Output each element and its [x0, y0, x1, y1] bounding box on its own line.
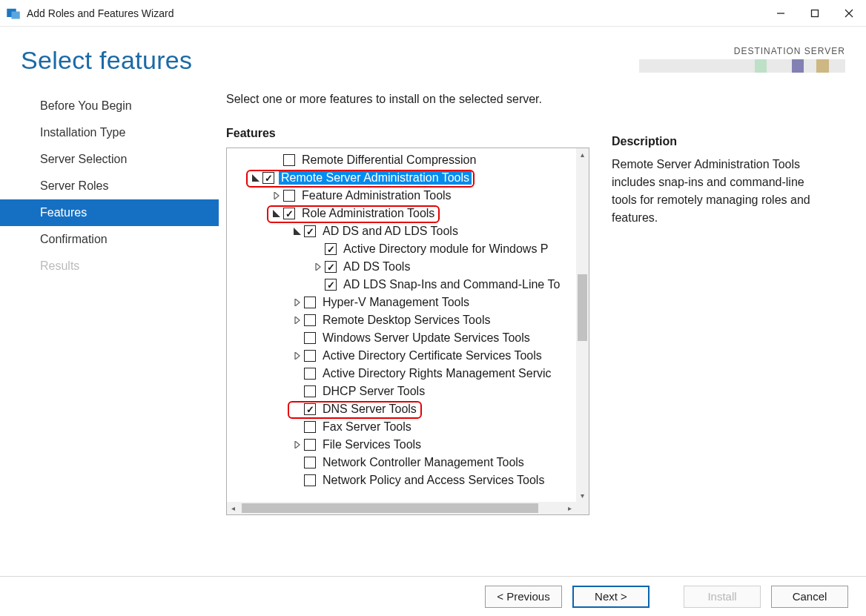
tree-item-label[interactable]: Remote Server Administration Tools — [279, 171, 472, 185]
scroll-down-icon[interactable]: ▾ — [576, 489, 589, 502]
tree-row[interactable]: Active Directory Certificate Services To… — [227, 347, 576, 365]
checkbox[interactable] — [283, 154, 295, 166]
features-tree: Remote Differential CompressionRemote Se… — [226, 148, 589, 515]
tree-row[interactable]: Windows Server Update Services Tools — [227, 329, 576, 347]
expander-expanded-icon[interactable] — [292, 226, 303, 236]
svg-marker-7 — [274, 192, 279, 199]
expander-expanded-icon[interactable] — [271, 208, 282, 219]
titlebar: Add Roles and Features Wizard — [0, 0, 866, 27]
checkbox[interactable] — [325, 261, 337, 273]
checkbox[interactable] — [304, 225, 316, 237]
horizontal-scroll-thumb[interactable] — [242, 503, 538, 513]
tree-item-label[interactable]: Feature Administration Tools — [300, 189, 454, 202]
tree-row[interactable]: Feature Administration Tools — [227, 187, 576, 205]
nav-item-installation-type[interactable]: Installation Type — [0, 119, 219, 146]
checkbox[interactable] — [304, 368, 316, 380]
tree-item-label[interactable]: Network Policy and Access Services Tools — [320, 474, 546, 487]
tree-row[interactable]: Network Policy and Access Services Tools — [227, 471, 576, 489]
expander-collapsed-icon[interactable] — [292, 315, 303, 325]
tree-item-label[interactable]: Windows Server Update Services Tools — [320, 331, 532, 345]
scroll-up-icon[interactable]: ▴ — [576, 148, 589, 161]
checkbox[interactable] — [283, 208, 295, 219]
tree-item-label[interactable]: Role Administration Tools — [300, 207, 437, 220]
checkbox[interactable] — [304, 403, 316, 415]
checkbox[interactable] — [304, 314, 316, 326]
tree-row[interactable]: DHCP Server Tools — [227, 382, 576, 400]
vertical-scrollbar[interactable]: ▴ ▾ — [576, 148, 589, 502]
expander-collapsed-icon[interactable] — [271, 191, 282, 201]
install-button[interactable]: Install — [684, 586, 761, 608]
tree-row[interactable]: Remote Server Administration Tools — [227, 169, 576, 187]
expander-collapsed-icon[interactable] — [292, 440, 303, 450]
expander-collapsed-icon[interactable] — [292, 297, 303, 308]
scroll-right-icon[interactable]: ▸ — [563, 502, 576, 514]
checkbox[interactable] — [262, 172, 274, 184]
tree-row[interactable]: AD LDS Snap-Ins and Command-Line To — [227, 276, 576, 294]
svg-marker-14 — [295, 441, 300, 448]
checkbox[interactable] — [304, 439, 316, 451]
tree-row[interactable]: Active Directory Rights Management Servi… — [227, 365, 576, 382]
expander-collapsed-icon[interactable] — [313, 262, 323, 272]
tree-item-label[interactable]: DNS Server Tools — [320, 403, 419, 416]
tree-item-label[interactable]: AD DS and AD LDS Tools — [320, 225, 460, 238]
previous-button[interactable]: < Previous — [485, 586, 562, 608]
nav-item-before-you-begin[interactable]: Before You Begin — [0, 93, 219, 119]
nav-item-server-selection[interactable]: Server Selection — [0, 146, 219, 173]
nav-item-features[interactable]: Features — [0, 199, 219, 226]
nav-item-confirmation[interactable]: Confirmation — [0, 226, 219, 253]
next-button[interactable]: Next > — [572, 586, 650, 608]
checkbox[interactable] — [304, 457, 316, 468]
page-title: Select features — [21, 46, 192, 75]
nav-item-server-roles[interactable]: Server Roles — [0, 173, 219, 199]
tree-row[interactable]: Role Administration Tools — [227, 205, 576, 222]
tree-item-label[interactable]: Remote Desktop Services Tools — [320, 314, 492, 327]
minimize-button[interactable] — [764, 0, 798, 27]
tree-row[interactable]: Network Controller Management Tools — [227, 454, 576, 471]
tree-row[interactable]: Hyper-V Management Tools — [227, 294, 576, 311]
description-heading: Description — [612, 135, 819, 148]
tree-row[interactable]: File Services Tools — [227, 436, 576, 454]
tree-item-label[interactable]: Remote Differential Compression — [300, 153, 478, 167]
tree-item-label[interactable]: Network Controller Management Tools — [320, 456, 526, 469]
checkbox[interactable] — [304, 332, 316, 344]
checkbox[interactable] — [325, 279, 337, 291]
tree-item-label[interactable]: File Services Tools — [320, 438, 423, 451]
destination-server-name-redacted — [639, 59, 845, 73]
tree-item-label[interactable]: Fax Server Tools — [320, 420, 414, 434]
tree-row[interactable]: AD DS Tools — [227, 258, 576, 276]
tree-item-label[interactable]: DHCP Server Tools — [320, 385, 427, 398]
tree-row[interactable]: DNS Server Tools — [227, 400, 576, 418]
checkbox[interactable] — [304, 385, 316, 397]
cancel-button[interactable]: Cancel — [771, 586, 848, 608]
tree-row[interactable]: Remote Differential Compression — [227, 151, 576, 169]
tree-item-label[interactable]: Active Directory Rights Management Servi… — [320, 367, 554, 380]
checkbox[interactable] — [304, 474, 316, 486]
tree-item-label[interactable]: AD DS Tools — [341, 260, 412, 274]
checkbox[interactable] — [325, 243, 337, 255]
checkbox[interactable] — [283, 190, 295, 202]
window-title: Add Roles and Features Wizard — [27, 7, 764, 19]
checkbox[interactable] — [304, 297, 316, 308]
checkbox[interactable] — [304, 421, 316, 433]
tree-row[interactable]: Fax Server Tools — [227, 418, 576, 436]
horizontal-scrollbar[interactable]: ◂ ▸ — [227, 502, 589, 514]
svg-marker-10 — [316, 263, 320, 271]
vertical-scroll-thumb[interactable] — [578, 274, 587, 341]
svg-marker-12 — [295, 317, 300, 324]
svg-rect-3 — [812, 10, 819, 16]
tree-item-label[interactable]: Active Directory module for Windows P — [341, 242, 551, 256]
tree-item-label[interactable]: Active Directory Certificate Services To… — [320, 349, 544, 362]
checkbox[interactable] — [304, 350, 316, 362]
close-button[interactable] — [832, 0, 866, 27]
tree-row[interactable]: Remote Desktop Services Tools — [227, 311, 576, 329]
description-text: Remote Server Administration Tools inclu… — [612, 156, 819, 227]
tree-row[interactable]: AD DS and AD LDS Tools — [227, 222, 576, 240]
scroll-left-icon[interactable]: ◂ — [227, 502, 239, 514]
expander-expanded-icon[interactable] — [251, 173, 261, 183]
expander-collapsed-icon[interactable] — [292, 351, 303, 361]
tree-item-label[interactable]: AD LDS Snap-Ins and Command-Line To — [341, 278, 562, 291]
tree-item-label[interactable]: Hyper-V Management Tools — [320, 296, 472, 309]
maximize-button[interactable] — [798, 0, 832, 27]
destination-server-label: DESTINATION SERVER — [638, 46, 845, 56]
tree-row[interactable]: Active Directory module for Windows P — [227, 240, 576, 258]
